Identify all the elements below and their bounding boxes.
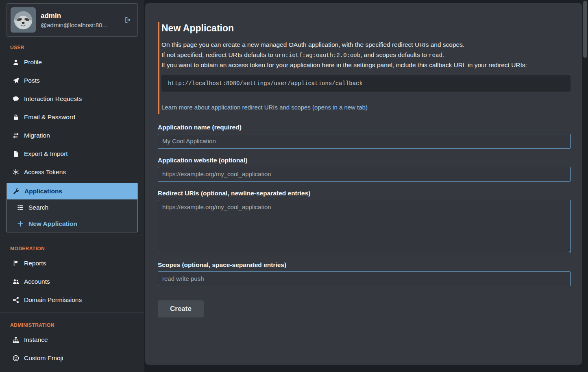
sidebar-item-new-application[interactable]: New Application — [7, 216, 137, 232]
create-button[interactable]: Create — [158, 300, 204, 317]
asterisk-icon — [12, 169, 20, 175]
nav-item-label: Posts — [24, 77, 40, 84]
redirect-uris-field: Redirect URIs (optional, newline-separat… — [158, 190, 571, 253]
intro-block: New Application On this page you can cre… — [158, 22, 571, 114]
intro-text: On this page you can create a new manage… — [161, 40, 571, 70]
scopes-field: Scopes (optional, space-separated entrie… — [158, 261, 571, 286]
smiley-icon — [12, 355, 20, 361]
file-icon — [12, 151, 20, 157]
sidebar-item-posts[interactable]: Posts — [7, 71, 138, 90]
sidebar-item-profile[interactable]: Profile — [7, 53, 138, 71]
user-card: admin @admin@localhost:80... — [7, 3, 138, 37]
application-name-field: Application name (required) — [158, 124, 571, 149]
new-application-panel: New Application On this page you can cre… — [145, 3, 582, 365]
user-icon — [12, 59, 20, 66]
nav-item-label: Interaction Requests — [24, 95, 82, 103]
sidebar-item-accounts[interactable]: Accounts — [7, 272, 138, 291]
tools-icon — [13, 188, 20, 195]
sidebar-item-instance[interactable]: Instance — [7, 330, 138, 349]
nav-item-label: Reports — [24, 260, 46, 267]
sidebar-item-migration[interactable]: Migration — [7, 126, 138, 144]
nav-item-label: Accounts — [24, 278, 50, 285]
settings-nav: USER Profile Posts Interaction Requests … — [7, 45, 138, 372]
user-info: admin @admin@localhost:80... — [41, 12, 119, 28]
intro-line3: If you want to obtain an access token fo… — [161, 61, 527, 68]
sidebar-item-interaction-requests[interactable]: Interaction Requests — [7, 90, 138, 108]
nav-item-label: Applications — [24, 188, 62, 195]
scopes-input[interactable] — [158, 271, 571, 286]
page-title: New Application — [161, 22, 571, 34]
flag-icon — [12, 260, 20, 267]
nav-item-label: New Application — [28, 220, 77, 228]
redirect-uris-textarea[interactable] — [158, 200, 571, 253]
comment-icon — [12, 96, 20, 102]
plus-icon — [17, 221, 24, 227]
sidebar-item-domain-permissions[interactable]: Domain Permissions — [7, 291, 138, 309]
application-name-label: Application name (required) — [158, 124, 571, 131]
application-website-input[interactable] — [158, 167, 571, 182]
nav-item-label: Custom Emoji — [24, 354, 63, 362]
arrows-icon — [12, 132, 20, 139]
application-name-input[interactable] — [158, 134, 571, 149]
sidebar-item-applications-search[interactable]: Search — [7, 199, 137, 216]
avatar — [11, 7, 36, 33]
section-label-administration: ADMINISTRATION — [10, 322, 138, 328]
sidebar-item-applications[interactable]: Applications — [7, 183, 137, 199]
oob-code: urn:ietf:wg:oauth:2.0:oob — [275, 52, 360, 59]
users-icon — [12, 278, 20, 285]
new-application-form: Application name (required) Application … — [158, 124, 571, 317]
scopes-label: Scopes (optional, space-separated entrie… — [158, 261, 571, 269]
sidebar-item-custom-emoji[interactable]: Custom Emoji — [7, 349, 138, 367]
username: admin — [41, 12, 119, 20]
user-handle: @admin@localhost:80... — [41, 22, 119, 28]
intro-line2-pre: If not specified, redirect URIs defaults… — [161, 51, 275, 58]
applications-group: Applications Search New Application — [7, 183, 138, 232]
section-label-user: USER — [10, 45, 138, 50]
nav-item-label: Export & Import — [24, 150, 68, 158]
nav-section-user: USER Profile Posts Interaction Requests … — [7, 45, 138, 232]
application-website-label: Application website (optional) — [158, 157, 571, 164]
sidebar-item-access-tokens[interactable]: Access Tokens — [7, 163, 138, 181]
sidebar-item-export-import[interactable]: Export & Import — [7, 144, 138, 163]
applications-submenu: Search New Application — [7, 199, 137, 232]
share-nodes-icon — [12, 297, 20, 303]
nav-item-label: Domain Permissions — [24, 296, 82, 304]
nav-section-moderation: MODERATION Reports Accounts Domain Permi… — [0, 236, 144, 309]
nav-item-label: Instance — [24, 336, 48, 344]
nav-item-label: Search — [28, 204, 48, 211]
section-label-moderation: MODERATION — [10, 246, 138, 252]
sidebar-item-email-password[interactable]: Email & Password — [7, 108, 138, 126]
intro-line2-mid: , and scopes defaults to — [360, 51, 429, 58]
sidebar-item-reports[interactable]: Reports — [7, 254, 138, 272]
application-website-field: Application website (optional) — [158, 157, 571, 182]
sloth-avatar-image — [11, 7, 36, 33]
redirect-uris-label: Redirect URIs (optional, newline-separat… — [158, 190, 571, 197]
nav-item-label: Migration — [24, 132, 50, 139]
sitemap-icon — [12, 337, 20, 343]
vertical-scrollbar-thumb[interactable] — [583, 1, 587, 58]
sidebar-item-actions[interactable]: Actions — [7, 367, 138, 372]
nav-item-label: Email & Password — [24, 114, 75, 121]
sign-out-icon — [124, 17, 132, 23]
nav-section-administration: ADMINISTRATION Instance Custom Emoji Act… — [0, 312, 144, 372]
vertical-scrollbar[interactable] — [582, 0, 588, 372]
nav-item-label: Profile — [24, 59, 42, 66]
intro-line1: On this page you can create a new manage… — [161, 41, 464, 48]
nav-item-label: Access Tokens — [24, 168, 66, 176]
callback-url: http://localhost:8080/settings/user/appl… — [161, 75, 571, 92]
paper-plane-icon — [12, 77, 20, 84]
lock-icon — [12, 114, 20, 120]
settings-sidebar: admin @admin@localhost:80... USER Profil… — [0, 0, 144, 372]
intro-line2-end: . — [442, 51, 444, 58]
logout-button[interactable] — [124, 16, 133, 24]
read-code: read — [429, 52, 442, 59]
list-icon — [17, 204, 24, 211]
learn-more-link[interactable]: Learn more about application redirect UR… — [161, 104, 368, 111]
